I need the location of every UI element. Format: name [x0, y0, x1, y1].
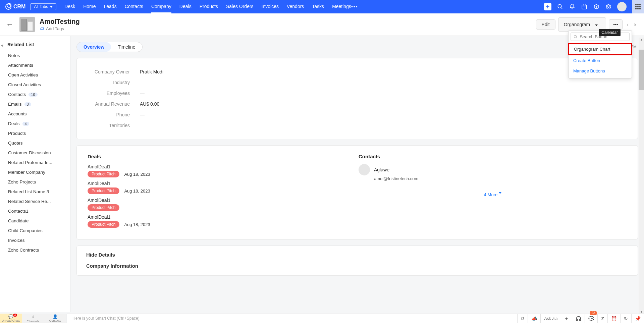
sidebar-item-member-company[interactable]: Member Company	[1, 167, 70, 177]
field-value: —	[140, 80, 145, 85]
company-summary-card: Company OwnerPratik ModiIndustry—Employe…	[76, 58, 638, 139]
nav-item-sales-orders[interactable]: Sales Orders	[226, 0, 254, 13]
sidebar-item-related-service-re-[interactable]: Related Service Re...	[1, 197, 70, 206]
sidebar-item-child-companies[interactable]: Child Companies	[1, 226, 70, 235]
apps-launcher-icon[interactable]	[632, 0, 644, 13]
sidebar-item-quotes[interactable]: Quotes	[1, 138, 70, 148]
next-record-arrow[interactable]: ›	[633, 21, 637, 28]
sidebar-item-related-list-name-3[interactable]: Related List Name 3	[1, 187, 70, 197]
tab-timeline[interactable]: Timeline	[111, 42, 142, 52]
edit-button[interactable]: Edit	[536, 19, 555, 30]
sidebar-item-invoices[interactable]: Invoices	[1, 235, 70, 245]
sidebar-item-label: Emails	[8, 102, 22, 107]
sidebar-item-label: Notes	[8, 53, 20, 58]
dropdown-item-organogram-chart[interactable]: Organogram Chart	[568, 43, 632, 55]
sidebar-item-attachments[interactable]: Attachments	[1, 60, 70, 70]
scroll-thumb[interactable]	[639, 50, 644, 90]
sidebar-heading: Related List	[1, 41, 70, 51]
sidebar-item-open-activities[interactable]: Open Activities	[1, 70, 70, 80]
box-icon[interactable]	[593, 3, 600, 10]
nav-item-vendors[interactable]: Vendors	[287, 0, 304, 13]
nav-item-tasks[interactable]: Tasks	[312, 0, 324, 13]
nav-item-home[interactable]: Home	[83, 0, 96, 13]
field-label: Territories	[86, 123, 140, 128]
sidebar-item-label: Quotes	[8, 141, 23, 146]
tag-icon: 🏷	[40, 26, 44, 31]
sidebar-item-contacts1[interactable]: Contacts1	[1, 206, 70, 216]
search-icon[interactable]	[557, 3, 564, 10]
sidebar-item-label: Zoho Contracts	[8, 248, 39, 253]
sidebar-item-zoho-projects[interactable]: Zoho Projects	[1, 177, 70, 187]
field-row: Territories—	[86, 120, 628, 131]
dropdown-item-create-button[interactable]: Create Button	[569, 55, 632, 66]
gear-icon[interactable]	[605, 3, 612, 10]
field-label: Phone	[86, 112, 140, 117]
nav-item-company[interactable]: Company	[151, 0, 171, 13]
sidebar-item-emails[interactable]: Emails3	[1, 99, 70, 109]
sidebar-item-deals[interactable]: Deals4	[1, 119, 70, 128]
deal-item[interactable]: AmolDeal1Product PitchAug 18, 2023	[88, 214, 356, 228]
nav-item-meetings[interactable]: Meetings	[332, 0, 351, 13]
sidebar-item-contacts[interactable]: Contacts10	[1, 90, 70, 99]
contact-email: amol@fristinetech.com	[374, 176, 627, 181]
calendar-icon[interactable]	[581, 3, 588, 10]
nav-item-contacts[interactable]: Contacts	[125, 0, 143, 13]
scroll-up-icon[interactable]: ▴	[639, 38, 644, 41]
field-label: Company Owner	[86, 69, 140, 74]
nav-item-products[interactable]: Products	[200, 0, 218, 13]
user-avatar[interactable]	[617, 2, 627, 11]
top-bar: CRM All Tabs DeskHomeLeadsContactsCompan…	[0, 0, 644, 13]
contact-row[interactable]: Aglawe	[359, 164, 627, 175]
sidebar-item-label: Related List Name 3	[8, 189, 49, 194]
contacts-more-link[interactable]: 4 More	[359, 192, 627, 197]
sidebar-item-accounts[interactable]: Accounts	[1, 109, 70, 119]
sidebar-item-label: Child Companies	[8, 228, 43, 233]
deal-meta: Product PitchAug 18, 2023	[88, 221, 356, 228]
sidebar-item-candidate[interactable]: Candidate	[1, 216, 70, 226]
sidebar-item-label: Member Company	[8, 170, 45, 175]
dropdown-item-manage-buttons[interactable]: Manage Buttons	[569, 66, 632, 76]
brand-logo[interactable]: CRM	[5, 4, 25, 10]
sidebar-item-label: Candidate	[8, 218, 29, 223]
details-card: Hide Details Company Information	[76, 246, 638, 276]
scroll-down-icon[interactable]: ▾	[639, 310, 644, 312]
organogram-caret[interactable]	[592, 20, 600, 29]
record-header: ← AmolTesting 🏷 Add Tags Edit Organogram…	[0, 13, 644, 36]
tab-overview[interactable]: Overview	[77, 42, 111, 52]
deal-item[interactable]: AmolDeal1Product PitchAug 18, 2023	[88, 181, 356, 194]
sidebar-item-label: Open Activities	[8, 72, 38, 77]
nav-item-invoices[interactable]: Invoices	[262, 0, 279, 13]
sidebar-item-customer-discussion[interactable]: Customer Discussion	[1, 148, 70, 158]
deal-item[interactable]: AmolDeal1Product PitchAug 18, 2023	[88, 164, 356, 177]
sidebar-item-notes[interactable]: Notes	[1, 51, 70, 60]
more-actions-button[interactable]: •••	[609, 19, 623, 30]
sidebar-item-label: Invoices	[8, 238, 25, 243]
field-row: Annual RevenueAU$ 0.00	[86, 99, 628, 109]
chevron-down-icon	[50, 6, 53, 8]
sidebar-item-products[interactable]: Products	[1, 128, 70, 138]
nav-item-leads[interactable]: Leads	[104, 0, 117, 13]
record-title: AmolTesting	[40, 18, 80, 25]
sidebar-item-related-proforma-in-[interactable]: Related Proforma In...	[1, 158, 70, 167]
organogram-label: Organogram	[564, 22, 590, 27]
deal-meta: Product Pitch	[88, 204, 356, 211]
deal-item[interactable]: AmolDeal1Product Pitch	[88, 198, 356, 211]
all-tabs-dropdown[interactable]: All Tabs	[30, 3, 56, 10]
contact-avatar	[359, 164, 370, 175]
field-row: Phone—	[86, 109, 628, 120]
nav-overflow[interactable]: •••	[351, 1, 358, 13]
hide-details-toggle[interactable]: Hide Details	[86, 246, 628, 260]
sidebar-item-zoho-contracts[interactable]: Zoho Contracts	[1, 245, 70, 255]
add-tags-button[interactable]: 🏷 Add Tags	[40, 26, 80, 31]
nav-item-deals[interactable]: Deals	[179, 0, 192, 13]
scrollbar[interactable]: ▴ ▾	[639, 38, 644, 312]
sidebar-collapse-icon[interactable]: ◂│	[1, 43, 5, 48]
add-icon[interactable]: +	[544, 3, 551, 10]
deal-name: AmolDeal1	[88, 198, 356, 203]
field-row: Industry—	[86, 77, 628, 88]
back-arrow-icon[interactable]: ←	[6, 20, 13, 29]
bell-icon[interactable]	[569, 3, 576, 10]
prev-record-arrow[interactable]: ‹	[625, 21, 630, 28]
nav-item-desk[interactable]: Desk	[64, 0, 75, 13]
sidebar-item-closed-activities[interactable]: Closed Activities	[1, 80, 70, 90]
